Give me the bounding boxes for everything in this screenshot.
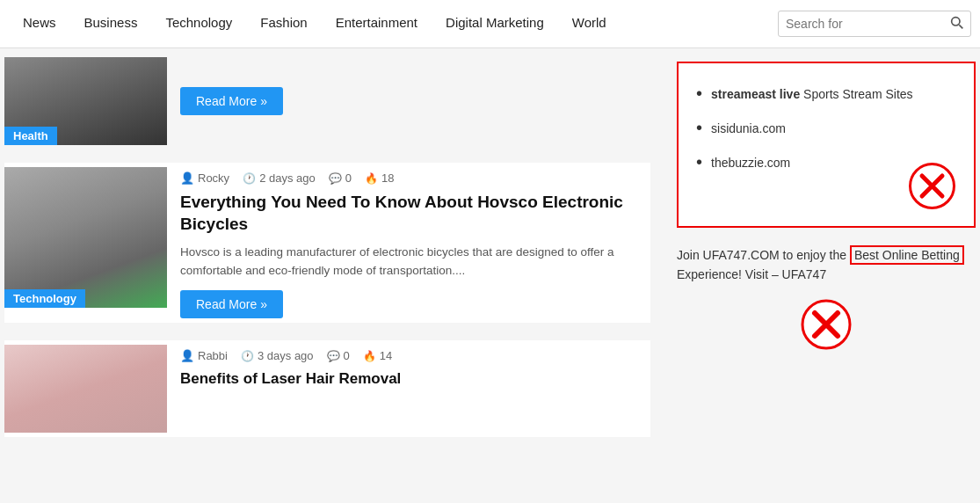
clock-icon-laser — [241, 349, 254, 362]
bicycle-article-body: Rocky 2 days ago 0 18 Everythin — [180, 167, 650, 318]
search-icon[interactable] — [949, 15, 963, 33]
bicycle-thumbnail: Technology — [4, 167, 167, 308]
nav-item-technology[interactable]: Technology — [151, 0, 246, 48]
nav-item-world[interactable]: World — [558, 0, 621, 48]
bicycle-comments: 0 — [329, 171, 352, 185]
laser-article-card: Rabbi 3 days ago 0 14 Benefits — [4, 340, 650, 437]
ufa-red-x-container — [677, 294, 976, 356]
right-sidebar: streameast live Sports Stream Sites sisi… — [664, 48, 980, 463]
thebuzzie-text[interactable]: thebuzzie.com — [711, 156, 790, 170]
laser-thumbnail — [4, 345, 167, 433]
ufa-text-before: Join UFA747.COM to enjoy the — [677, 248, 850, 262]
bicycle-likes: 18 — [365, 171, 394, 185]
laser-time: 3 days ago — [241, 349, 314, 362]
partial-article-card: Health Read More » — [4, 57, 650, 145]
bicycle-time: 2 days ago — [243, 171, 316, 185]
sidebar-link-streameast: streameast live Sports Stream Sites — [696, 77, 956, 111]
nav-item-news[interactable]: News — [9, 0, 70, 48]
svg-line-1 — [959, 25, 962, 28]
search-wrapper — [778, 11, 971, 37]
laser-comments: 0 — [327, 349, 350, 362]
laser-title: Benefits of Laser Hair Removal — [180, 369, 650, 389]
nav-item-entertainment[interactable]: Entertainment — [322, 0, 432, 48]
laser-article-body: Rabbi 3 days ago 0 14 Benefits — [180, 345, 650, 433]
comment-icon-laser — [327, 349, 340, 362]
sidebar-red-x-container — [696, 162, 956, 213]
search-input[interactable] — [786, 17, 949, 31]
fire-icon-laser — [363, 349, 376, 362]
tech-badge: Technology — [4, 289, 85, 308]
bicycle-read-more-button[interactable]: Read More » — [180, 290, 283, 318]
laser-likes: 14 — [363, 349, 392, 362]
partial-thumbnail: Health — [4, 57, 167, 145]
laser-meta: Rabbi 3 days ago 0 14 — [180, 349, 650, 362]
bicycle-meta: Rocky 2 days ago 0 18 — [180, 171, 650, 185]
fire-icon — [365, 171, 378, 185]
bicycle-image — [4, 167, 167, 308]
left-column: Health Read More » Technology Rocky — [0, 48, 664, 463]
streameast-bold[interactable]: streameast live — [711, 87, 800, 101]
ufa-section: Join UFA747.COM to enjoy the Best Online… — [677, 245, 976, 356]
nav-item-fashion[interactable]: Fashion — [246, 0, 321, 48]
partial-read-more-button[interactable]: Read More » — [180, 87, 283, 115]
svg-point-0 — [952, 18, 960, 26]
red-x-icon[interactable] — [908, 162, 956, 210]
health-badge: Health — [4, 127, 57, 145]
comment-icon — [329, 171, 342, 185]
user-icon-laser — [180, 349, 194, 362]
user-icon — [180, 171, 194, 185]
clock-icon — [243, 171, 256, 185]
ufa-highlighted-text[interactable]: Best Online Betting — [850, 245, 964, 265]
nav-item-digital-marketing[interactable]: Digital Marketing — [432, 0, 558, 48]
bicycle-excerpt: Hovsco is a leading manufacturer of elec… — [180, 244, 650, 280]
ufa-text-after: Experience! Visit – UFA747 — [677, 267, 826, 281]
sidebar-link-text-1: streameast live Sports Stream Sites — [711, 87, 913, 101]
bicycle-article-card: Technology Rocky 2 days ago 0 — [4, 163, 650, 323]
navbar: News Business Technology Fashion Enterta… — [0, 0, 980, 48]
nav-item-business[interactable]: Business — [70, 0, 152, 48]
partial-body: Read More » — [180, 57, 283, 145]
sidebar-links-box: streameast live Sports Stream Sites sisi… — [677, 62, 976, 228]
ufa-red-x-icon[interactable] — [800, 298, 853, 351]
sidebar-link-sisidunia: sisidunia.com — [696, 111, 956, 145]
bicycle-author: Rocky — [180, 171, 229, 185]
sisidunia-text[interactable]: sisidunia.com — [711, 121, 786, 135]
laser-image — [4, 345, 167, 433]
main-content: Health Read More » Technology Rocky — [0, 48, 980, 463]
bicycle-title: Everything You Need To Know About Hovsco… — [180, 192, 650, 235]
laser-author: Rabbi — [180, 349, 228, 362]
